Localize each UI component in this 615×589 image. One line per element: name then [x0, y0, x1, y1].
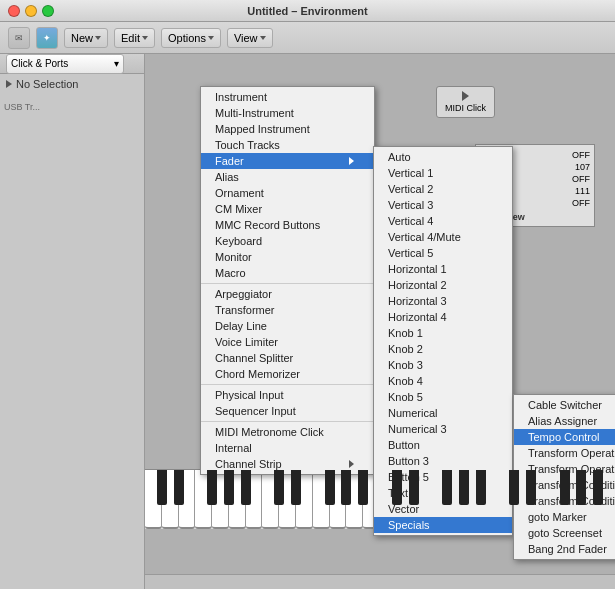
fader-submenu-item-knob-2[interactable]: Knob 2 [374, 341, 512, 357]
black-key[interactable] [157, 470, 167, 505]
black-key[interactable] [560, 470, 570, 505]
menu-item-voice-limiter[interactable]: Voice Limiter [201, 334, 374, 350]
menu-item-macro[interactable]: Macro [201, 265, 374, 281]
menu-item-fader[interactable]: Fader [201, 153, 374, 169]
tool-icon-1[interactable]: ✉ [8, 27, 30, 49]
titlebar: Untitled – Environment [0, 0, 615, 22]
black-key[interactable] [241, 470, 251, 505]
menu-item-monitor[interactable]: Monitor [201, 249, 374, 265]
black-key[interactable] [442, 470, 452, 505]
black-key[interactable] [341, 470, 351, 505]
edit-menu-button[interactable]: Edit [114, 28, 155, 48]
black-key[interactable] [593, 470, 603, 505]
fader-submenu-item-numerical-3[interactable]: Numerical 3 [374, 421, 512, 437]
fader-submenu-item-knob-4[interactable]: Knob 4 [374, 373, 512, 389]
ports-select[interactable]: Click & Ports ▾ [6, 54, 124, 74]
menu-item-mapped-instrument[interactable]: Mapped Instrument [201, 121, 374, 137]
menu-item-arpeggiator[interactable]: Arpeggiator [201, 286, 374, 302]
fader-submenu-label: Vertical 5 [388, 247, 433, 259]
menu-item-chord-memorizer[interactable]: Chord Memorizer [201, 366, 374, 382]
menu-item-delay-line[interactable]: Delay Line [201, 318, 374, 334]
fader-submenu-item-knob-1[interactable]: Knob 1 [374, 325, 512, 341]
specials-item-alias-assigner[interactable]: Alias Assigner [514, 413, 615, 429]
fader-submenu-item-numerical[interactable]: Numerical [374, 405, 512, 421]
menu-item-mmc-record-buttons[interactable]: MMC Record Buttons [201, 217, 374, 233]
new-menu-button[interactable]: New [64, 28, 108, 48]
input-view-cell: 1 A#1 [480, 174, 503, 184]
black-key[interactable] [274, 470, 284, 505]
menu-item-alias[interactable]: Alias [201, 169, 374, 185]
new-label: New [71, 32, 93, 44]
close-button[interactable] [8, 5, 20, 17]
menu-separator [201, 384, 374, 385]
fader-submenu-item-button[interactable]: Button [374, 437, 512, 453]
menu-item-touch-tracks[interactable]: Touch Tracks [201, 137, 374, 153]
play-icon [462, 91, 469, 101]
black-key[interactable] [325, 470, 335, 505]
menu-item-keyboard[interactable]: Keyboard [201, 233, 374, 249]
black-key[interactable] [207, 470, 217, 505]
menu-separator [201, 283, 374, 284]
black-key[interactable] [476, 470, 486, 505]
black-key[interactable] [392, 470, 402, 505]
tool-icon-2[interactable]: ✦ [36, 27, 58, 49]
specials-item-tempo-control[interactable]: Tempo Control [514, 429, 615, 445]
app-window: ✉ ✦ New Edit Options View Click & Ports … [0, 22, 615, 589]
maximize-button[interactable] [42, 5, 54, 17]
fader-submenu-item-horizontal-1[interactable]: Horizontal 1 [374, 261, 512, 277]
horizontal-scrollbar[interactable] [145, 574, 615, 589]
menu-item-cm-mixer[interactable]: CM Mixer [201, 201, 374, 217]
minimize-button[interactable] [25, 5, 37, 17]
black-key[interactable] [291, 470, 301, 505]
menu-item-internal[interactable]: Internal [201, 440, 374, 456]
black-key[interactable] [459, 470, 469, 505]
black-key[interactable] [174, 470, 184, 505]
black-key[interactable] [576, 470, 586, 505]
black-key[interactable] [526, 470, 536, 505]
menu-item-sequencer-input[interactable]: Sequencer Input [201, 403, 374, 419]
fader-submenu-label: Knob 5 [388, 391, 423, 403]
fader-submenu-item-vertical-5[interactable]: Vertical 5 [374, 245, 512, 261]
window-controls [8, 5, 54, 17]
fader-submenu-item-button-3[interactable]: Button 3 [374, 453, 512, 469]
menu-item-midi-metronome-click[interactable]: MIDI Metronome Click [201, 424, 374, 440]
specials-item-cable-switcher[interactable]: Cable Switcher [514, 397, 615, 413]
menu-item-transformer[interactable]: Transformer [201, 302, 374, 318]
specials-item-bang-2nd-fader[interactable]: Bang 2nd Fader [514, 541, 615, 557]
input-view-box: 1 C2OFF1 A#11071 A#1OFF1 A#11111 A#1OFF … [475, 144, 595, 227]
black-key[interactable] [509, 470, 519, 505]
input-view-row: 1 C2OFF [480, 149, 590, 161]
black-key[interactable] [224, 470, 234, 505]
input-view-cell: 107 [575, 162, 590, 172]
menu-separator [201, 421, 374, 422]
options-menu-button[interactable]: Options [161, 28, 221, 48]
fader-submenu-item-vertical-4-mute[interactable]: Vertical 4/Mute [374, 229, 512, 245]
piano-keys [145, 470, 615, 529]
black-key[interactable] [409, 470, 419, 505]
menu-item-physical-input[interactable]: Physical Input [201, 387, 374, 403]
menu-item-instrument[interactable]: Instrument [201, 89, 374, 105]
fader-submenu-item-knob-3[interactable]: Knob 3 [374, 357, 512, 373]
input-view-row: 1 A#1111 [480, 185, 590, 197]
menu-item-channel-splitter[interactable]: Channel Splitter [201, 350, 374, 366]
options-label: Options [168, 32, 206, 44]
input-view-rows: 1 C2OFF1 A#11071 A#1OFF1 A#11111 A#1OFF [480, 149, 590, 209]
input-view-row: 1 A#1OFF [480, 173, 590, 185]
input-view-row: 1 A#1OFF [480, 197, 590, 209]
specials-item-transform-operation-par-1[interactable]: Transform Operation Par. 1 [514, 445, 615, 461]
input-view-cell: 1 A#1 [480, 186, 503, 196]
fader-submenu-item-horizontal-4[interactable]: Horizontal 4 [374, 309, 512, 325]
options-arrow-icon [208, 36, 214, 40]
toolbar: ✉ ✦ New Edit Options View [0, 22, 615, 54]
fader-submenu-label: Horizontal 4 [388, 311, 447, 323]
menu-item-label: Touch Tracks [215, 139, 280, 151]
fader-submenu-item-horizontal-2[interactable]: Horizontal 2 [374, 277, 512, 293]
menu-item-multi-instrument[interactable]: Multi-Instrument [201, 105, 374, 121]
fader-submenu-item-horizontal-3[interactable]: Horizontal 3 [374, 293, 512, 309]
fader-submenu-label: Knob 4 [388, 375, 423, 387]
input-view-cell: 1 A#1 [480, 162, 503, 172]
black-key[interactable] [358, 470, 368, 505]
view-menu-button[interactable]: View [227, 28, 273, 48]
menu-item-ornament[interactable]: Ornament [201, 185, 374, 201]
fader-submenu-item-knob-5[interactable]: Knob 5 [374, 389, 512, 405]
